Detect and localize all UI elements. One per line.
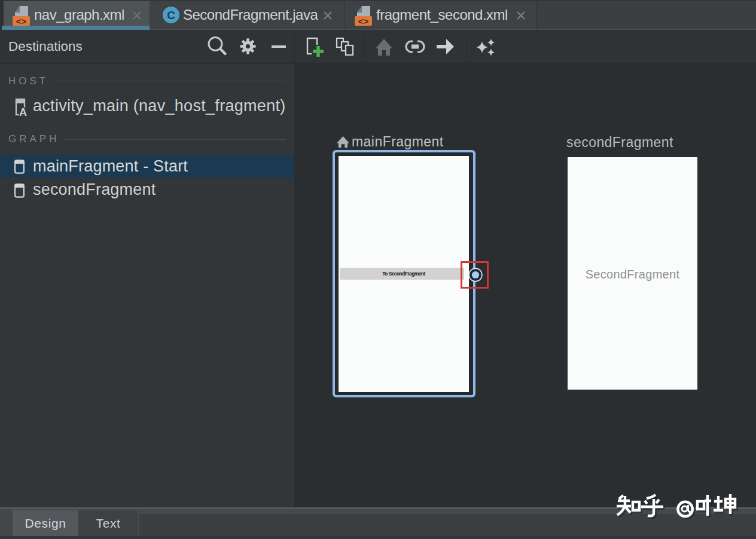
svg-text:<>: <> [16, 16, 27, 26]
svg-text:C: C [167, 9, 175, 22]
svg-text:<>: <> [358, 16, 369, 26]
svg-text:A: A [19, 106, 27, 117]
